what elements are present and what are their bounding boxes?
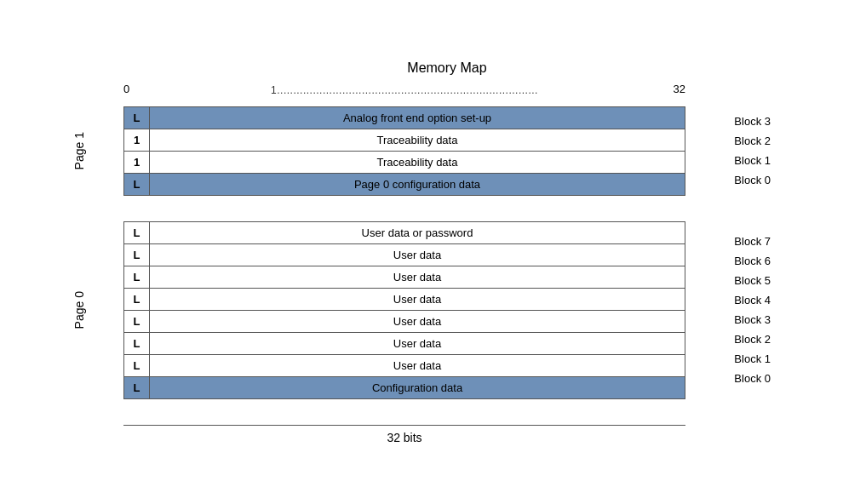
scale-row: 0 1.....................................… bbox=[123, 83, 685, 101]
lock-cell: L bbox=[124, 332, 150, 354]
block-label: Block 1 bbox=[734, 151, 771, 170]
scale-end: 32 bbox=[674, 83, 685, 95]
lock-cell: L bbox=[124, 221, 150, 243]
block-label: Block 0 bbox=[734, 369, 771, 388]
table-row: L User data bbox=[124, 243, 685, 266]
bottom-divider bbox=[123, 425, 685, 426]
table-row: L Page 0 configuration data bbox=[124, 173, 685, 195]
table-row: L Configuration data bbox=[124, 376, 685, 398]
table-row: L User data bbox=[124, 332, 685, 354]
page1-section: Page 1 L Analog front end option set-up … bbox=[72, 106, 771, 196]
block-label: Block 3 bbox=[734, 310, 771, 329]
page0-section: Page 0 L User data or password L User da… bbox=[72, 221, 771, 399]
table-row: L User data bbox=[124, 310, 685, 332]
page0-table-wrapper: L User data or password L User data L Us… bbox=[123, 221, 724, 399]
lock-cell: L bbox=[124, 243, 150, 266]
content-cell: Analog front end option set-up bbox=[150, 106, 685, 129]
table-row: L User data bbox=[124, 266, 685, 288]
page1-block-labels: Block 3Block 2Block 1Block 0 bbox=[734, 112, 771, 190]
block-label: Block 7 bbox=[734, 232, 771, 251]
lock-cell: L bbox=[124, 106, 150, 129]
table-row: 1 Traceability data bbox=[124, 151, 685, 173]
block-label: Block 1 bbox=[734, 349, 771, 369]
lock-cell: L bbox=[124, 173, 150, 195]
block-label: Block 2 bbox=[734, 131, 771, 151]
lock-cell: 1 bbox=[124, 151, 150, 173]
page1-table: L Analog front end option set-up 1 Trace… bbox=[123, 106, 685, 196]
block-label: Block 0 bbox=[734, 170, 771, 190]
block-label: Block 4 bbox=[734, 290, 771, 310]
content-cell: Page 0 configuration data bbox=[150, 173, 685, 195]
block-label: Block 6 bbox=[734, 251, 771, 271]
table-row: L Analog front end option set-up bbox=[124, 106, 685, 129]
content-cell: Traceability data bbox=[150, 151, 685, 173]
lock-cell: L bbox=[124, 288, 150, 310]
content-cell: User data bbox=[150, 354, 685, 376]
table-row: 1 Traceability data bbox=[124, 129, 685, 151]
block-label: Block 3 bbox=[734, 112, 771, 131]
lock-cell: 1 bbox=[124, 129, 150, 151]
memory-map-diagram: Memory Map 0 1..........................… bbox=[72, 43, 771, 461]
diagram-title: Memory Map bbox=[123, 60, 771, 76]
block-label: Block 5 bbox=[734, 271, 771, 290]
content-cell: Traceability data bbox=[150, 129, 685, 151]
lock-cell: L bbox=[124, 310, 150, 332]
lock-cell: L bbox=[124, 354, 150, 376]
bottom-label: 32 bits bbox=[123, 431, 685, 444]
content-cell: User data bbox=[150, 310, 685, 332]
page1-table-wrapper: L Analog front end option set-up 1 Trace… bbox=[123, 106, 724, 196]
page0-block-labels: Block 7Block 6Block 5Block 4Block 3Block… bbox=[734, 232, 771, 388]
content-cell: User data bbox=[150, 243, 685, 266]
content-cell: Configuration data bbox=[150, 376, 685, 398]
table-row: L User data bbox=[124, 288, 685, 310]
block-label: Block 2 bbox=[734, 329, 771, 349]
content-cell: User data bbox=[150, 266, 685, 288]
table-row: L User data or password bbox=[124, 221, 685, 243]
lock-cell: L bbox=[124, 266, 150, 288]
page0-table: L User data or password L User data L Us… bbox=[123, 221, 685, 399]
page1-label: Page 1 bbox=[72, 132, 98, 169]
content-cell: User data or password bbox=[150, 221, 685, 243]
page0-label: Page 0 bbox=[72, 291, 98, 329]
content-cell: User data bbox=[150, 288, 685, 310]
table-row: L User data bbox=[124, 354, 685, 376]
scale-dots: 1.......................................… bbox=[139, 84, 670, 96]
bottom-section: 32 bits bbox=[123, 425, 685, 444]
scale-start: 0 bbox=[123, 83, 129, 95]
content-cell: User data bbox=[150, 332, 685, 354]
lock-cell: L bbox=[124, 376, 150, 398]
